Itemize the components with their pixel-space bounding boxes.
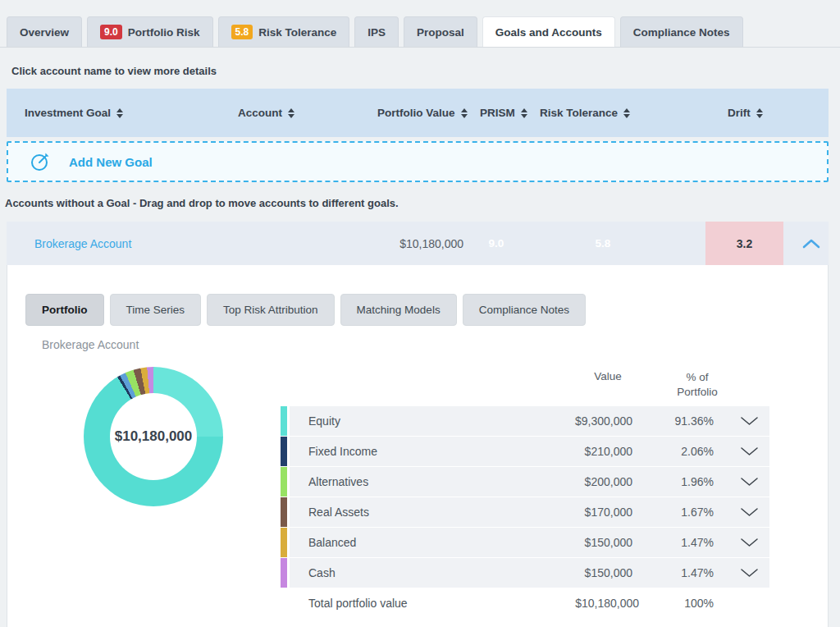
chevron-down-icon <box>740 416 759 426</box>
add-new-goal-button[interactable]: Add New Goal <box>7 141 829 182</box>
tab-portfolio-risk[interactable]: 9.0Portfolio Risk <box>87 16 212 47</box>
chevron-up-icon <box>802 238 820 249</box>
tab-badge-risk-tolerance: 5.8 <box>231 25 253 39</box>
column-header-account[interactable]: Account <box>238 89 294 137</box>
goals-and-accounts-page: Overview9.0Portfolio Risk5.8Risk Toleran… <box>0 0 840 627</box>
asset-class-label: Real Assets <box>308 497 369 527</box>
column-header-investment-goal[interactable]: Investment Goal <box>25 89 123 137</box>
holding-row-fixed-income: Fixed Income$210,0002.06% <box>274 437 776 466</box>
sort-icon <box>521 108 527 118</box>
prism-score-badge: 9.0 <box>482 231 511 256</box>
collapse-account-button[interactable] <box>794 222 829 265</box>
asset-pct: 1.47% <box>640 528 714 557</box>
tab-label: Portfolio Risk <box>128 26 200 39</box>
tab-overview[interactable]: Overview <box>7 16 82 47</box>
tab-label: Compliance Notes <box>633 26 730 39</box>
sort-icon <box>461 108 468 118</box>
sort-icon <box>756 108 763 118</box>
column-label: Risk Tolerance <box>540 107 618 119</box>
sort-up-triangle <box>756 108 763 112</box>
subtab-compliance-notes[interactable]: Compliance Notes <box>463 294 586 326</box>
holdings-rows: Equity$9,300,00091.36%Fixed Income$210,0… <box>274 406 776 588</box>
asset-pct: 1.47% <box>640 558 714 588</box>
sort-down-triangle <box>756 114 763 118</box>
subtab-matching-models[interactable]: Matching Models <box>340 294 457 326</box>
sort-down-triangle <box>116 114 123 118</box>
drift-value-cell: 3.2 <box>705 222 783 265</box>
account-name-link[interactable]: Brokerage Account <box>34 222 131 265</box>
pct-header-line1: % of <box>656 370 738 385</box>
asset-color-swatch <box>281 467 287 497</box>
asset-pct: 2.06% <box>640 437 714 466</box>
subtab-top-risk-attribution[interactable]: Top Risk Attribution <box>207 294 335 326</box>
asset-value: $170,000 <box>534 497 632 527</box>
column-label: Portfolio Value <box>377 107 455 119</box>
expand-row-button[interactable] <box>740 528 759 557</box>
tab-ips[interactable]: IPS <box>354 16 399 47</box>
risk-tolerance-badge: 5.8 <box>588 231 618 256</box>
tab-label: Risk Tolerance <box>258 26 336 39</box>
expand-row-button[interactable] <box>740 406 759 436</box>
asset-pct: 1.96% <box>640 467 714 497</box>
column-header-portfolio-value[interactable]: Portfolio Value <box>377 89 468 137</box>
subtab-portfolio[interactable]: Portfolio <box>25 294 104 326</box>
total-label: Total portfolio value <box>308 588 408 618</box>
tab-label: IPS <box>368 26 386 39</box>
total-value: $10,180,000 <box>534 588 639 618</box>
asset-color-swatch <box>281 528 287 557</box>
value-column-header: Value <box>567 370 649 382</box>
asset-value: $200,000 <box>534 467 632 497</box>
tab-risk-tolerance[interactable]: 5.8Risk Tolerance <box>218 16 350 47</box>
column-label: Drift <box>728 107 751 119</box>
expand-row-button[interactable] <box>740 467 759 497</box>
sort-down-triangle <box>461 114 468 118</box>
expand-row-button[interactable] <box>740 558 759 588</box>
holding-row-alternatives: Alternatives$200,0001.96% <box>274 467 776 497</box>
tab-proposal[interactable]: Proposal <box>404 16 477 47</box>
total-pct: 100% <box>640 588 714 618</box>
expand-row-button[interactable] <box>740 497 759 527</box>
accounts-without-goal-note: Accounts without a Goal - Drag and drop … <box>5 197 399 209</box>
asset-pct: 91.36% <box>640 406 714 436</box>
account-portfolio-value: $10,180,000 <box>351 222 463 265</box>
sort-down-triangle <box>623 114 630 118</box>
sort-up-triangle <box>461 108 468 112</box>
tab-goals-and-accounts[interactable]: Goals and Accounts <box>482 16 615 47</box>
asset-class-label: Cash <box>308 558 336 588</box>
holding-row-cash: Cash$150,0001.47% <box>274 558 776 588</box>
asset-value: $210,000 <box>534 437 632 466</box>
asset-value: $150,000 <box>534 528 632 557</box>
donut-hole: $10,180,000 <box>110 393 197 480</box>
holdings-table-headers: Value % of Portfolio <box>274 367 776 406</box>
donut-center-total: $10,180,000 <box>115 428 193 445</box>
asset-color-swatch <box>281 558 287 588</box>
pct-header-line2: Portfolio <box>656 385 738 400</box>
column-label: PRISM <box>480 107 515 119</box>
holding-row-equity: Equity$9,300,00091.36% <box>274 406 776 436</box>
sort-icon <box>288 108 294 118</box>
allocation-donut-chart: $10,180,000 <box>84 367 223 506</box>
column-header-prism[interactable]: PRISM <box>480 89 527 137</box>
sort-down-triangle <box>288 114 294 118</box>
asset-value: $150,000 <box>534 558 632 588</box>
asset-value: $9,300,000 <box>534 406 632 436</box>
asset-color-swatch <box>281 406 287 436</box>
chevron-down-icon <box>740 446 759 456</box>
holding-row-real-assets: Real Assets$170,0001.67% <box>274 497 776 527</box>
detail-tab-bar: PortfolioTime SeriesTop Risk Attribution… <box>25 294 586 326</box>
tab-badge-portfolio-risk: 9.0 <box>100 25 122 39</box>
target-arrow-icon <box>30 151 51 172</box>
asset-class-label: Fixed Income <box>308 437 377 466</box>
sort-up-triangle <box>623 108 630 112</box>
column-header-risk-tolerance[interactable]: Risk Tolerance <box>540 89 630 137</box>
asset-class-label: Alternatives <box>308 467 368 497</box>
tab-compliance-notes[interactable]: Compliance Notes <box>620 16 743 47</box>
expand-row-button[interactable] <box>740 437 759 466</box>
add-new-goal-label: Add New Goal <box>69 155 153 169</box>
account-hint-text: Click account name to view more details <box>11 65 217 77</box>
sort-up-triangle <box>116 108 123 112</box>
column-header-drift[interactable]: Drift <box>728 89 763 137</box>
account-detail-panel: PortfolioTime SeriesTop Risk Attribution… <box>7 265 829 627</box>
subtab-time-series[interactable]: Time Series <box>110 294 202 326</box>
sort-down-triangle <box>521 114 527 118</box>
